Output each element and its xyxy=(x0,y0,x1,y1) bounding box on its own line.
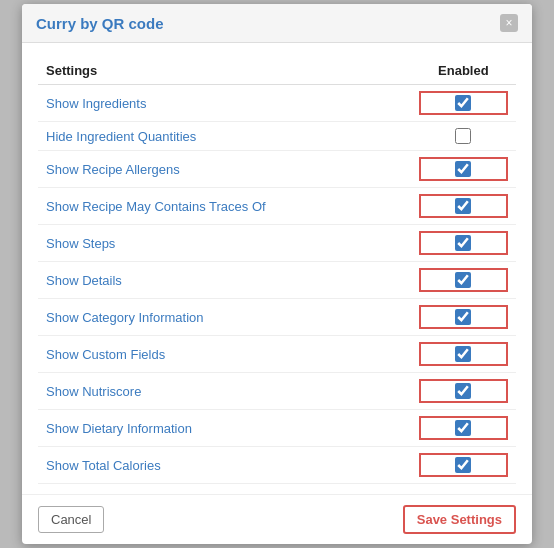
modal-footer: Cancel Save Settings xyxy=(22,494,532,544)
setting-label: Show Dietary Information xyxy=(38,410,411,447)
setting-enabled-cell xyxy=(411,151,516,188)
setting-checkbox[interactable] xyxy=(455,457,471,473)
setting-enabled-cell xyxy=(411,410,516,447)
table-row: Show Ingredients xyxy=(38,85,516,122)
setting-enabled-cell xyxy=(411,85,516,122)
setting-checkbox[interactable] xyxy=(455,346,471,362)
col-enabled-header: Enabled xyxy=(411,57,516,85)
table-row: Show Custom Fields xyxy=(38,336,516,373)
modal-header: Curry by QR code × xyxy=(22,4,532,43)
setting-label: Show Nutriscore xyxy=(38,373,411,410)
table-row: Show Recipe May Contains Traces Of xyxy=(38,188,516,225)
modal-title: Curry by QR code xyxy=(36,15,164,32)
table-row: Show Details xyxy=(38,262,516,299)
setting-checkbox[interactable] xyxy=(455,420,471,436)
settings-table: Settings Enabled Show IngredientsHide In… xyxy=(38,57,516,484)
setting-label: Show Category Information xyxy=(38,299,411,336)
table-row: Show Category Information xyxy=(38,299,516,336)
setting-checkbox[interactable] xyxy=(455,272,471,288)
close-button[interactable]: × xyxy=(500,14,518,32)
table-row: Show Dietary Information xyxy=(38,410,516,447)
table-row: Show Recipe Allergens xyxy=(38,151,516,188)
setting-enabled-cell xyxy=(411,373,516,410)
table-row: Show Steps xyxy=(38,225,516,262)
setting-enabled-cell xyxy=(411,299,516,336)
setting-enabled-cell xyxy=(411,336,516,373)
setting-checkbox[interactable] xyxy=(455,198,471,214)
setting-checkbox[interactable] xyxy=(455,161,471,177)
setting-label: Show Custom Fields xyxy=(38,336,411,373)
setting-label: Show Total Calories xyxy=(38,447,411,484)
setting-checkbox[interactable] xyxy=(455,383,471,399)
setting-label: Hide Ingredient Quantities xyxy=(38,122,411,151)
setting-checkbox[interactable] xyxy=(455,309,471,325)
col-settings-header: Settings xyxy=(38,57,411,85)
setting-enabled-cell xyxy=(411,188,516,225)
modal-body: Settings Enabled Show IngredientsHide In… xyxy=(22,43,532,494)
table-row: Hide Ingredient Quantities xyxy=(38,122,516,151)
setting-label: Show Recipe May Contains Traces Of xyxy=(38,188,411,225)
setting-label: Show Recipe Allergens xyxy=(38,151,411,188)
setting-enabled-cell xyxy=(411,225,516,262)
cancel-button[interactable]: Cancel xyxy=(38,506,104,533)
setting-enabled-cell xyxy=(411,447,516,484)
table-row: Show Total Calories xyxy=(38,447,516,484)
table-row: Show Nutriscore xyxy=(38,373,516,410)
setting-enabled-cell xyxy=(411,122,516,151)
setting-checkbox[interactable] xyxy=(455,235,471,251)
modal-dialog: Curry by QR code × Settings Enabled Show… xyxy=(22,4,532,544)
save-settings-button[interactable]: Save Settings xyxy=(403,505,516,534)
setting-label: Show Steps xyxy=(38,225,411,262)
setting-checkbox[interactable] xyxy=(455,95,471,111)
setting-enabled-cell xyxy=(411,262,516,299)
setting-label: Show Details xyxy=(38,262,411,299)
setting-checkbox[interactable] xyxy=(455,128,471,144)
setting-label: Show Ingredients xyxy=(38,85,411,122)
modal-overlay: Curry by QR code × Settings Enabled Show… xyxy=(0,0,554,548)
